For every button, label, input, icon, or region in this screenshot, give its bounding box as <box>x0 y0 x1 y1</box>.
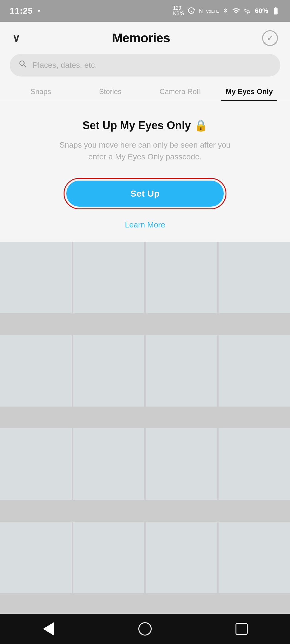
page-title: Memories <box>112 31 170 45</box>
wifi-icon <box>232 7 240 15</box>
status-right: 123KB/S N VoLTE 60% <box>173 5 280 16</box>
photo-cell <box>73 242 145 313</box>
tab-snaps[interactable]: Snaps <box>6 82 76 101</box>
photo-cell <box>219 242 290 313</box>
search-placeholder: Places, dates, etc. <box>33 60 272 70</box>
photo-cell <box>219 428 290 500</box>
setup-button[interactable]: Set Up <box>66 181 224 207</box>
photo-cell <box>219 335 290 407</box>
back-chevron[interactable]: ∨ <box>12 32 20 44</box>
photo-cell <box>0 428 72 500</box>
status-bar: 11:25 • 123KB/S N VoLTE 60% <box>0 0 290 22</box>
photo-cell <box>0 522 72 593</box>
photo-cell <box>146 428 217 500</box>
alarm-icon <box>187 7 196 15</box>
recents-icon <box>236 623 248 635</box>
check-button[interactable] <box>262 30 278 46</box>
nav-home-button[interactable] <box>134 618 156 639</box>
status-left: 11:25 • <box>10 6 40 16</box>
signal-icon <box>243 7 252 15</box>
photo-cell <box>219 522 290 593</box>
app-container: ∨ Memories Places, dates, etc. Snaps Sto… <box>0 22 290 614</box>
home-icon <box>138 622 152 636</box>
tab-camera-roll[interactable]: Camera Roll <box>145 82 215 101</box>
eyes-only-section: Set Up My Eyes Only 🔒 Snaps you move her… <box>0 101 290 242</box>
search-container: Places, dates, etc. <box>0 51 290 82</box>
photo-cell <box>0 335 72 407</box>
learn-more-link[interactable]: Learn More <box>125 220 165 230</box>
setup-button-wrapper: Set Up <box>64 178 226 209</box>
photo-cell <box>146 242 217 313</box>
photo-cell <box>0 242 72 313</box>
search-icon <box>18 59 28 71</box>
photo-cell <box>146 522 217 593</box>
photo-grid <box>0 242 290 614</box>
nav-recents-button[interactable] <box>231 618 252 639</box>
eyes-only-description: Snaps you move here can only be seen aft… <box>57 139 233 163</box>
nav-back-button[interactable] <box>38 618 59 639</box>
tab-stories[interactable]: Stories <box>76 82 145 101</box>
bottom-nav <box>0 614 290 644</box>
photo-cell <box>73 522 145 593</box>
tabs-bar: Snaps Stories Camera Roll My Eyes Only <box>0 82 290 101</box>
bluetooth-icon <box>222 7 229 15</box>
photo-cell <box>73 428 145 500</box>
battery-icon <box>271 7 280 15</box>
data-speed-icon: 123KB/S <box>173 5 184 16</box>
back-icon <box>43 622 54 636</box>
status-dot: • <box>38 7 40 15</box>
eyes-only-title: Set Up My Eyes Only 🔒 <box>82 119 207 132</box>
volte-icon: VoLTE <box>206 8 219 14</box>
header: ∨ Memories <box>0 22 290 51</box>
tab-my-eyes-only[interactable]: My Eyes Only <box>215 82 284 101</box>
battery-percentage: 60% <box>255 7 268 15</box>
photo-cell <box>146 335 217 407</box>
search-bar[interactable]: Places, dates, etc. <box>10 54 280 77</box>
status-time: 11:25 <box>10 6 33 16</box>
nfc-icon: N <box>199 8 203 14</box>
photo-cell <box>73 335 145 407</box>
